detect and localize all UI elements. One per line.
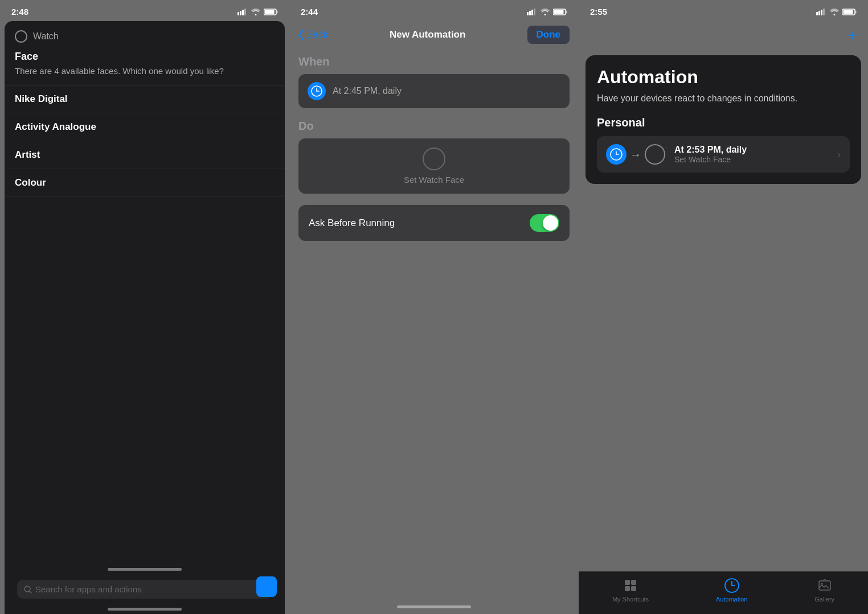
svg-rect-30 <box>631 580 636 585</box>
battery-icon <box>264 9 278 15</box>
battery-icon-3 <box>842 9 857 15</box>
back-button[interactable]: Back <box>298 29 328 40</box>
tab-automation[interactable]: Automation <box>716 578 748 603</box>
plus-button[interactable]: ＋ <box>845 26 859 44</box>
svg-line-8 <box>30 591 31 593</box>
face-title: Face <box>15 51 275 63</box>
tab-gallery-label: Gallery <box>814 596 834 603</box>
signal-icon-2 <box>527 9 537 15</box>
auto-item-text: At 2:53 PM, daily Set Watch Face <box>674 145 830 164</box>
svg-rect-31 <box>625 586 630 591</box>
when-card[interactable]: At 2:45 PM, daily <box>298 74 570 108</box>
wifi-icon-3 <box>830 9 839 15</box>
back-label: Back <box>306 29 328 40</box>
face-item-artist[interactable]: Artist <box>5 141 285 169</box>
ask-before-label: Ask Before Running <box>309 218 395 229</box>
face-desc: There are 4 available faces. Which one w… <box>15 65 275 77</box>
do-label: Do <box>298 120 570 133</box>
face-selection-sheet: Watch Face There are 4 available faces. … <box>5 21 285 614</box>
status-bar-1: 2:48 <box>0 0 289 21</box>
done-button[interactable]: Done <box>527 26 570 44</box>
toggle-knob <box>543 215 558 231</box>
wifi-icon-2 <box>541 9 550 15</box>
time-3: 2:55 <box>590 7 607 17</box>
status-bar-3: 2:55 <box>579 0 868 21</box>
svg-rect-5 <box>265 10 275 14</box>
svg-rect-25 <box>855 10 857 13</box>
panel-3: 2:55 ＋ Automation Have your devi <box>579 0 868 614</box>
svg-rect-10 <box>529 11 531 15</box>
ask-before-card: Ask Before Running <box>298 205 570 241</box>
set-watch-face-card[interactable]: Set Watch Face <box>298 138 570 194</box>
svg-rect-19 <box>816 12 818 15</box>
chevron-left-icon <box>298 30 304 40</box>
tab-automation-label: Automation <box>716 596 748 603</box>
status-bar-2: 2:44 <box>289 0 579 21</box>
svg-rect-15 <box>566 10 567 13</box>
tab-gallery[interactable]: Gallery <box>814 578 834 603</box>
arrow-icon: → <box>630 148 641 161</box>
search-bar-container: Search for apps and actions <box>9 574 280 604</box>
auto-item-time: At 2:53 PM, daily <box>674 145 830 155</box>
status-icons-2 <box>527 9 567 15</box>
automation-content: When At 2:45 PM, daily Do Set Watch Face <box>289 50 579 602</box>
blue-action-button[interactable] <box>256 576 277 597</box>
search-placeholder: Search for apps and actions <box>35 584 142 594</box>
panel-2: 2:44 Back <box>289 0 579 614</box>
automation-card-title: Automation <box>597 67 850 88</box>
svg-rect-29 <box>625 580 630 585</box>
svg-point-37 <box>821 583 822 585</box>
automation-card-desc: Have your devices react to changes in co… <box>597 92 850 105</box>
svg-rect-6 <box>277 10 278 13</box>
nav-bar-3: ＋ <box>579 21 868 50</box>
auto-clock-icon <box>606 144 627 165</box>
panel-1: 2:48 Watch Face <box>0 0 289 614</box>
automation-icons: → <box>606 144 665 165</box>
do-section: Do Set Watch Face <box>298 120 570 194</box>
face-item-activity-analogue[interactable]: Activity Analogue <box>5 113 285 141</box>
when-time-text: At 2:45 PM, daily <box>333 86 402 96</box>
watch-circle-icon <box>15 30 27 43</box>
svg-rect-3 <box>244 9 246 15</box>
search-icon <box>24 586 32 593</box>
svg-rect-11 <box>531 10 533 15</box>
svg-rect-24 <box>844 10 853 14</box>
set-watch-face-label: Set Watch Face <box>404 175 464 185</box>
watch-label: Watch <box>33 31 59 42</box>
svg-rect-21 <box>821 10 822 15</box>
drag-handle-bottom-1 <box>108 608 182 611</box>
svg-rect-1 <box>240 11 241 15</box>
svg-rect-9 <box>527 12 529 15</box>
status-icons-1 <box>238 9 278 15</box>
svg-rect-22 <box>823 9 825 15</box>
drag-handle-1 <box>108 568 182 571</box>
svg-rect-20 <box>818 11 820 15</box>
auto-item-action: Set Watch Face <box>674 155 830 164</box>
clock-icon-when <box>308 82 326 100</box>
ask-before-toggle[interactable] <box>530 214 559 232</box>
my-shortcuts-icon <box>623 578 638 593</box>
face-item-nike-digital[interactable]: Nike Digital <box>5 85 285 113</box>
status-icons-3 <box>816 9 857 15</box>
face-item-colour[interactable]: Colour <box>5 169 285 197</box>
personal-label: Personal <box>597 116 850 129</box>
time-2: 2:44 <box>301 7 318 17</box>
automation-item[interactable]: → At 2:53 PM, daily Set Watch Face › <box>597 136 850 173</box>
wifi-icon <box>251 9 260 15</box>
nav-bar-2: Back New Automation Done <box>289 21 579 50</box>
svg-rect-2 <box>242 10 244 15</box>
watch-face-icon <box>423 148 445 170</box>
svg-rect-14 <box>554 10 564 14</box>
tab-my-shortcuts[interactable]: My Shortcuts <box>612 578 649 603</box>
signal-icon <box>238 9 248 15</box>
nav-title-2: New Automation <box>390 29 465 40</box>
chevron-right-icon: › <box>837 149 841 161</box>
automation-tab-icon <box>724 578 740 593</box>
gallery-icon <box>817 578 833 593</box>
when-label: When <box>298 55 570 68</box>
search-bar[interactable]: Search for apps and actions <box>17 580 272 599</box>
svg-rect-12 <box>534 9 535 15</box>
tab-my-shortcuts-label: My Shortcuts <box>612 596 649 603</box>
time-1: 2:48 <box>11 7 28 17</box>
watch-header: Watch <box>5 21 285 48</box>
